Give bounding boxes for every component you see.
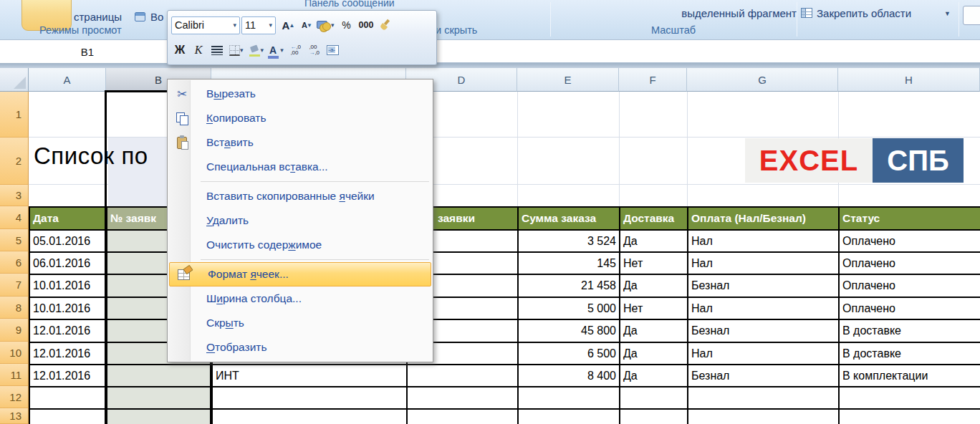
- cell-delivery[interactable]: Да: [620, 230, 688, 252]
- menu-item-cut[interactable]: ✂ Вырезать: [168, 82, 432, 106]
- cell-empty[interactable]: [212, 409, 407, 424]
- cell-request[interactable]: [107, 365, 212, 387]
- menu-item-format-cells-highlighted[interactable]: Формат ячеек...: [169, 262, 431, 286]
- cell-date[interactable]: 05.01.2016: [29, 230, 107, 252]
- cell-date[interactable]: 12.01.2016: [29, 319, 107, 342]
- cell-delivery[interactable]: Нет: [620, 297, 688, 319]
- bold-button[interactable]: Ж: [171, 41, 188, 60]
- cell-date[interactable]: 12.01.2016: [29, 342, 107, 365]
- cell-status[interactable]: В комплектации: [839, 365, 980, 387]
- cell-empty[interactable]: [620, 409, 688, 424]
- row-header-5[interactable]: 5: [0, 229, 29, 251]
- header-sum[interactable]: Сумма заказа: [518, 207, 620, 230]
- cell-empty[interactable]: [407, 409, 518, 424]
- decrease-decimal-button[interactable]: ←,0,00: [287, 41, 304, 60]
- cell-status[interactable]: В доставке: [839, 319, 980, 342]
- cell-sum[interactable]: 5 000: [518, 297, 620, 319]
- cell-empty[interactable]: [107, 409, 212, 424]
- column-header-a[interactable]: A: [29, 68, 106, 92]
- cell-status[interactable]: Оплачено: [839, 274, 980, 297]
- cell-delivery[interactable]: Да: [620, 365, 688, 387]
- cell-empty[interactable]: [839, 387, 980, 409]
- row-header-7[interactable]: 7: [0, 274, 29, 297]
- cell-empty[interactable]: [29, 387, 107, 409]
- menu-item-column-width[interactable]: Ширина столбца...: [168, 286, 432, 311]
- header-status[interactable]: Статус: [839, 207, 980, 230]
- cell-empty[interactable]: [620, 387, 688, 409]
- cell-c[interactable]: ИНТ: [212, 365, 407, 387]
- row-header-13[interactable]: 13: [0, 408, 29, 424]
- column-header-f[interactable]: F: [619, 68, 687, 92]
- cell-status[interactable]: Оплачено: [839, 230, 980, 252]
- cell-delivery[interactable]: Нет: [620, 252, 688, 274]
- cell-d[interactable]: [407, 365, 518, 387]
- borders-button[interactable]: ▾: [227, 41, 246, 60]
- cell-status[interactable]: Оплачено: [839, 252, 980, 274]
- cell-payment[interactable]: Нал: [688, 297, 839, 319]
- cell-empty[interactable]: [107, 387, 212, 409]
- row-header-8[interactable]: 8: [0, 297, 29, 319]
- header-payment[interactable]: Оплата (Нал/Безнал): [688, 207, 839, 230]
- menu-item-unhide[interactable]: Отобразить: [168, 335, 432, 360]
- cell-empty[interactable]: [518, 387, 620, 409]
- cell-payment[interactable]: Безнал: [688, 274, 839, 297]
- format-table-button[interactable]: [325, 41, 342, 60]
- header-date[interactable]: Дата: [29, 207, 107, 230]
- zoom-to-selection-button[interactable]: выделенный фрагмент: [658, 7, 797, 19]
- cell-delivery[interactable]: Да: [620, 274, 688, 297]
- cell-delivery[interactable]: Да: [620, 342, 688, 365]
- cell-sum[interactable]: 21 458: [518, 274, 620, 297]
- column-header-g[interactable]: G: [687, 68, 838, 92]
- row-header-1[interactable]: 1: [0, 92, 29, 138]
- percent-style-button[interactable]: %: [338, 16, 355, 35]
- grow-font-button[interactable]: A▲: [277, 16, 294, 35]
- row-header-9[interactable]: 9: [0, 319, 29, 342]
- page-layout-label[interactable]: страницы: [74, 11, 122, 23]
- cell-empty[interactable]: [518, 409, 620, 424]
- cell-empty[interactable]: [839, 409, 980, 424]
- row-header-3[interactable]: 3: [0, 185, 29, 206]
- cell-sum[interactable]: 3 524: [518, 230, 620, 252]
- center-align-button[interactable]: [208, 41, 226, 60]
- cell-payment[interactable]: Безнал: [688, 365, 839, 387]
- accounting-format-button[interactable]: ▾: [314, 16, 337, 35]
- freeze-panes-dropdown-arrow[interactable]: ▼: [944, 10, 951, 17]
- header-delivery[interactable]: Доставка: [620, 207, 688, 230]
- cell-sum[interactable]: 8 400: [518, 365, 620, 387]
- column-header-h[interactable]: H: [838, 68, 980, 92]
- row-header-12[interactable]: 12: [0, 386, 29, 408]
- cell-sum[interactable]: 145: [518, 252, 620, 274]
- font-size-combo[interactable]: 11▾: [241, 16, 276, 34]
- font-name-combo[interactable]: Calibri▾: [171, 16, 240, 34]
- cell-status[interactable]: В доставке: [839, 342, 980, 365]
- name-box[interactable]: B1 ▼: [0, 40, 188, 63]
- cell-payment[interactable]: Нал: [688, 230, 839, 252]
- cell-payment[interactable]: Безнал: [688, 319, 839, 342]
- menu-item-copy[interactable]: Копировать: [168, 106, 432, 130]
- shrink-font-button[interactable]: A▼: [296, 16, 313, 35]
- cell-empty[interactable]: [212, 387, 407, 409]
- italic-button[interactable]: К: [190, 41, 207, 60]
- cell-status[interactable]: Оплачено: [839, 297, 980, 319]
- cell-date[interactable]: 06.01.2016: [29, 252, 107, 274]
- row-header-2[interactable]: 2: [0, 138, 29, 185]
- cell-empty[interactable]: [407, 387, 518, 409]
- ribbon-button-fragment[interactable]: [963, 6, 980, 25]
- fill-color-button[interactable]: ▾: [247, 41, 266, 60]
- cell-sum[interactable]: 6 500: [518, 342, 620, 365]
- menu-item-clear-contents[interactable]: Очистить содержимое: [168, 233, 432, 257]
- cell-sum[interactable]: 45 800: [518, 319, 620, 342]
- menu-item-paste-special[interactable]: Специальная вставка...: [168, 155, 432, 179]
- format-painter-button[interactable]: [377, 16, 394, 35]
- sheet-title-cell[interactable]: Список по: [34, 143, 148, 170]
- cell-empty[interactable]: [29, 409, 107, 424]
- cell-empty[interactable]: [688, 409, 839, 424]
- cell-date[interactable]: 10.01.2016: [29, 297, 107, 319]
- select-all-corner[interactable]: [0, 68, 29, 92]
- cell-payment[interactable]: Нал: [688, 342, 839, 365]
- menu-item-insert-copied-cells[interactable]: Вставить скопированные ячейки: [168, 184, 432, 208]
- row-header-11[interactable]: 11: [0, 364, 29, 386]
- cell-date[interactable]: 10.01.2016: [29, 274, 107, 297]
- column-header-e[interactable]: E: [517, 68, 619, 92]
- cell-empty[interactable]: [688, 387, 839, 409]
